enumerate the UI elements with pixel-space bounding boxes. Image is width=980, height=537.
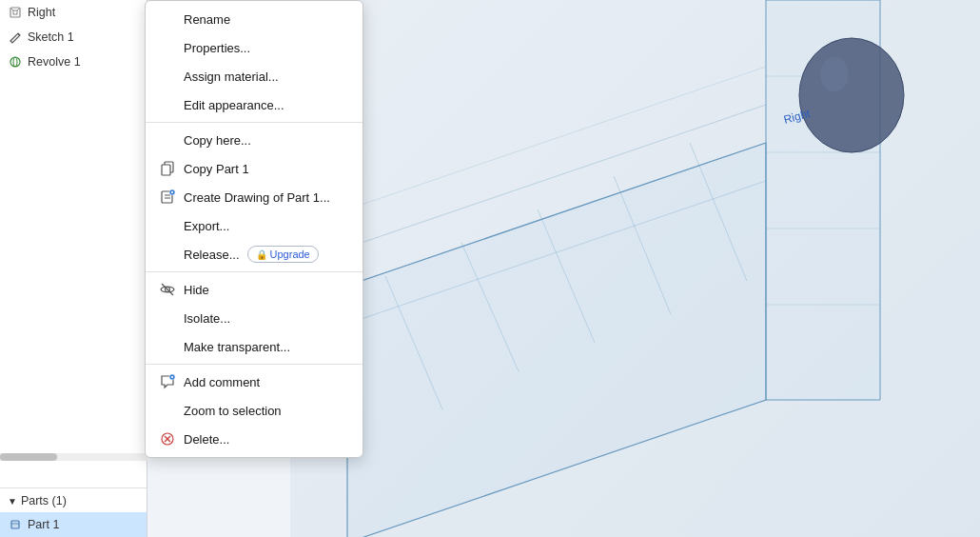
box-icon [8,5,23,20]
menu-item-isolate[interactable]: Isolate... [146,304,363,332]
sidebar-item-right[interactable]: Right [0,0,147,25]
context-menu: Rename Properties... Assign material... … [145,0,363,458]
sidebar-item-right-label: Right [28,6,55,19]
isolate-icon [159,309,176,327]
sidebar-item-part1[interactable]: Part 1 [0,512,147,537]
zoom-to-selection-icon [159,402,176,419]
menu-item-copy-part-label: Copy Part 1 [184,162,249,176]
menu-item-hide[interactable]: Hide [146,275,363,304]
menu-item-hide-label: Hide [184,283,209,297]
menu-item-export[interactable]: Export... [146,211,363,240]
lock-icon: 🔒 [256,249,267,260]
menu-item-properties[interactable]: Properties... [146,33,363,62]
hide-icon [159,281,176,298]
menu-item-rename-label: Rename [184,12,230,27]
edit-appearance-icon [159,96,176,113]
menu-item-zoom-to-selection-label: Zoom to selection [184,404,282,418]
menu-item-create-drawing-label: Create Drawing of Part 1... [184,190,330,205]
copy-here-icon [159,131,176,149]
sidebar-item-revolve1[interactable]: Revolve 1 [0,50,147,74]
svg-point-6 [13,57,17,67]
sidebar: Right Sketch 1 Revolve 1 ▼ Parts (1) [0,0,147,537]
sidebar-item-part1-label: Part 1 [28,518,59,531]
revolve-icon [8,54,23,70]
sidebar-item-sketch1-label: Sketch 1 [28,30,74,44]
upgrade-badge-label: Upgrade [270,249,310,260]
sidebar-item-sketch1[interactable]: Sketch 1 [0,25,147,50]
svg-rect-7 [11,521,19,528]
menu-item-copy-here[interactable]: Copy here... [146,126,363,154]
menu-item-delete-label: Delete... [184,432,229,447]
menu-item-create-drawing[interactable]: Create Drawing of Part 1... [146,183,363,211]
assign-material-icon [159,68,176,85]
menu-item-zoom-to-selection[interactable]: Zoom to selection [146,396,363,425]
chevron-down-icon: ▼ [8,496,17,507]
sketch-icon [8,30,23,45]
properties-icon [159,39,176,56]
sidebar-item-revolve1-label: Revolve 1 [28,55,81,69]
parts-section[interactable]: ▼ Parts (1) [0,487,147,512]
rename-icon [159,10,176,28]
3d-viewport[interactable]: Right [290,0,980,537]
menu-item-export-label: Export... [184,219,229,233]
svg-point-42 [820,57,849,91]
svg-rect-10 [162,165,170,175]
menu-item-add-comment[interactable]: Add comment [146,368,363,396]
parts-section-label: Parts (1) [21,494,67,507]
svg-marker-34 [347,143,766,537]
menu-item-delete[interactable]: Delete... [146,425,363,453]
menu-item-rename[interactable]: Rename [146,5,363,33]
svg-point-40 [799,38,904,152]
menu-item-make-transparent[interactable]: Make transparent... [146,332,363,361]
create-drawing-icon [159,189,176,206]
delete-icon [159,430,176,448]
divider-3 [146,364,363,365]
menu-item-add-comment-label: Add comment [184,375,260,389]
scrollbar-thumb [0,453,57,461]
sidebar-horizontal-scrollbar[interactable] [0,453,147,461]
menu-item-release-label: Release... [184,248,240,262]
menu-item-isolate-label: Isolate... [184,311,230,326]
menu-item-edit-appearance[interactable]: Edit appearance... [146,90,363,119]
upgrade-badge[interactable]: 🔒 Upgrade [247,246,319,263]
export-icon [159,217,176,234]
svg-point-5 [10,57,20,67]
release-icon [159,246,176,263]
menu-item-copy-here-label: Copy here... [184,133,251,148]
copy-part-icon [159,160,176,177]
make-transparent-icon [159,338,176,355]
menu-item-copy-part[interactable]: Copy Part 1 [146,154,363,183]
svg-line-18 [162,284,173,295]
menu-item-properties-label: Properties... [184,41,250,55]
menu-item-assign-material-label: Assign material... [184,70,279,84]
divider-1 [146,122,363,123]
svg-rect-3 [13,10,17,14]
menu-item-make-transparent-label: Make transparent... [184,340,290,354]
viewport-svg: Right [290,0,980,537]
divider-2 [146,271,363,272]
menu-item-edit-appearance-label: Edit appearance... [184,98,284,112]
menu-item-assign-material[interactable]: Assign material... [146,62,363,90]
add-comment-icon [159,373,176,390]
part-icon [8,517,23,532]
menu-item-release[interactable]: Release... 🔒 Upgrade [146,240,363,268]
